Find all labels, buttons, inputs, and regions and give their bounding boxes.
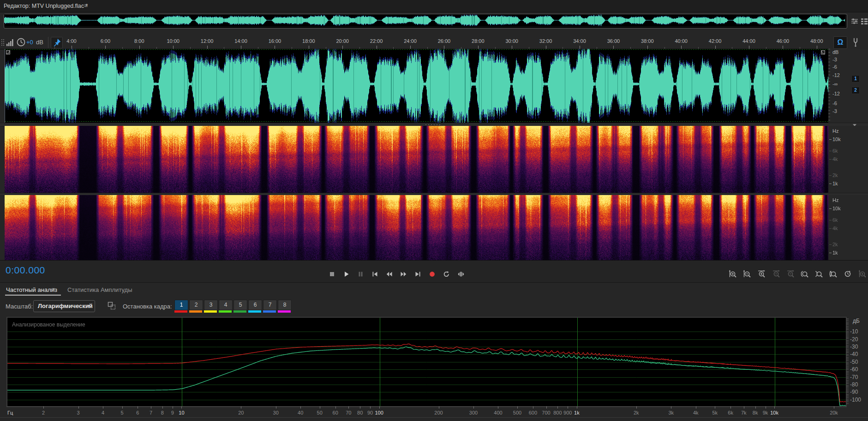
- skip-selection-icon: [457, 270, 465, 278]
- tab-menu-icon[interactable]: ≡: [52, 286, 55, 293]
- chart-x-tick-label: 6k: [728, 410, 733, 415]
- freeze-frame-button-8[interactable]: 8: [278, 300, 292, 310]
- editor-titlebar: Редактор: MTV Unplugged.flac * ≡: [0, 0, 868, 12]
- zoom-in-vertical-button[interactable]: [727, 268, 738, 279]
- panel-menu-icon[interactable]: ≡: [84, 2, 88, 9]
- chart-y-tick-label: -100: [850, 397, 866, 403]
- chart-x-tick-label: 9k: [763, 410, 768, 415]
- frequency-tick-mark: [829, 184, 832, 184]
- freeze-frame-button-3[interactable]: 3: [204, 300, 218, 310]
- main-waveform-canvas[interactable]: [5, 49, 828, 123]
- scale-select[interactable]: Логарифмический: [33, 300, 95, 312]
- chart-x-tick-label: 100: [375, 410, 383, 415]
- zoom-reset-button[interactable]: [785, 268, 796, 279]
- frequency-tick-label: 6k: [832, 217, 838, 223]
- frequency-chart-area[interactable]: [6, 317, 847, 407]
- splitter-handle[interactable]: [425, 124, 440, 125]
- frequency-tick-mark: [829, 208, 832, 209]
- copy-frame-icon[interactable]: [107, 301, 116, 310]
- fast-forward-button[interactable]: [397, 269, 409, 279]
- zoom-amplitude-button[interactable]: [857, 268, 868, 279]
- stop-button[interactable]: [326, 269, 338, 279]
- chart-x-tick: [173, 406, 173, 409]
- rewind-button[interactable]: [383, 269, 395, 279]
- freeze-frame-button-6[interactable]: 6: [248, 300, 262, 310]
- chart-x-tick-label: 70: [346, 410, 351, 415]
- overview-waveform-canvas[interactable]: [4, 14, 845, 26]
- chart-x-tick-label: 900: [563, 410, 572, 415]
- overview-settings-icon[interactable]: [850, 17, 859, 25]
- overview-strip[interactable]: [4, 14, 847, 29]
- transport-bar: 0:00.000: [0, 260, 868, 283]
- pause-button[interactable]: [354, 269, 366, 279]
- freeze-frame-button-2[interactable]: 2: [189, 300, 203, 310]
- freeze-frame-button-5[interactable]: 5: [233, 300, 247, 310]
- frequency-tick-mark: [829, 220, 832, 220]
- tab-amplitude-statistics[interactable]: Статистика Амплитуды: [67, 286, 132, 293]
- frequency-analysis-panel: Частотный анализСтатистика Амплитуды ≡ М…: [0, 282, 868, 421]
- chart-x-tick: [834, 406, 834, 409]
- fade-out-handle-icon[interactable]: [821, 50, 825, 54]
- spectrogram-channel2-canvas[interactable]: [5, 195, 828, 260]
- record-button[interactable]: [426, 269, 438, 279]
- timeline-label: 4:00: [66, 38, 76, 44]
- chart-y-tick-label: -40: [850, 351, 866, 357]
- timeline-tick-major: [173, 46, 174, 49]
- chart-x-axis-unit: Гц: [7, 410, 13, 415]
- loop-playback-button[interactable]: [440, 269, 452, 279]
- zoom-out-vertical-icon: [743, 270, 751, 278]
- channel-badge[interactable]: 2: [851, 87, 860, 94]
- freeze-frame-color-4: [219, 310, 232, 313]
- timeline-label: 44:00: [742, 38, 755, 44]
- frequency-tick-label: 6k: [832, 148, 838, 154]
- zoom-in-horizontal-button[interactable]: [756, 268, 767, 279]
- spectral-pitch-toggle-icon[interactable]: [851, 37, 860, 47]
- overview-grid-icon[interactable]: [860, 17, 868, 25]
- frequency-tick-label: 2k: [832, 242, 838, 247]
- skip-to-start-icon: [371, 270, 379, 278]
- zoom-out-horizontal-button[interactable]: [771, 268, 782, 279]
- freeze-frame-button-4[interactable]: 4: [219, 300, 233, 310]
- spectral-frequency-toggle-icon[interactable]: Ω: [833, 36, 847, 49]
- timeline-tick-major: [309, 46, 309, 49]
- zoom-to-in-point-button[interactable]: [799, 268, 810, 279]
- timeline-label: 40:00: [675, 38, 688, 44]
- chart-x-tick: [671, 406, 671, 409]
- freeze-frame-button-7[interactable]: 7: [263, 300, 277, 310]
- chart-x-tick: [546, 406, 547, 409]
- frequency-tick-label: 10k: [832, 206, 841, 211]
- chart-x-tick: [162, 406, 163, 409]
- frequency-chart-canvas[interactable]: [7, 317, 846, 407]
- fade-in-handle-icon[interactable]: [6, 50, 10, 54]
- scale-label: Масштаб:: [6, 303, 33, 310]
- record-icon: [428, 270, 436, 278]
- timeline-tick-major: [105, 46, 106, 49]
- tab-frequency-analysis[interactable]: Частотный анализ: [6, 286, 57, 293]
- frequency-scale-unit: Hz: [832, 128, 838, 134]
- frequency-tick-label: 1k: [832, 181, 838, 186]
- chart-x-tick-label: 7k: [741, 410, 747, 415]
- amplitude-tick-label: -12: [832, 91, 840, 96]
- chart-x-tick: [122, 406, 123, 409]
- timeline-tick-major: [749, 46, 749, 49]
- timeline-ruler[interactable]: 4:006:008:0010:0012:0014:0016:0018:0020:…: [0, 36, 831, 49]
- freeze-frame-button-1[interactable]: 1: [174, 300, 188, 310]
- spectrogram-channel1-canvas[interactable]: [5, 126, 828, 193]
- timeline-tick-major: [241, 46, 241, 49]
- channel-badge[interactable]: 1: [851, 75, 860, 83]
- timeline-label: 28:00: [472, 38, 485, 44]
- skip-to-start-button[interactable]: [369, 269, 381, 279]
- chart-x-tick: [181, 406, 182, 409]
- time-display[interactable]: 0:00.000: [6, 265, 45, 276]
- timeline-label: 48:00: [810, 38, 823, 44]
- skip-to-end-button[interactable]: [412, 269, 424, 279]
- frequency-scale-unit: Hz: [832, 197, 838, 203]
- zoom-out-vertical-button[interactable]: [742, 268, 753, 279]
- skip-selection-button[interactable]: [455, 269, 467, 279]
- zoom-to-out-point-button[interactable]: [814, 268, 825, 279]
- zoom-time-button[interactable]: [843, 268, 854, 279]
- play-button[interactable]: [340, 269, 352, 279]
- chart-x-tick: [78, 406, 79, 409]
- timeline-label: 46:00: [777, 38, 790, 44]
- zoom-to-selection-button[interactable]: [828, 268, 839, 279]
